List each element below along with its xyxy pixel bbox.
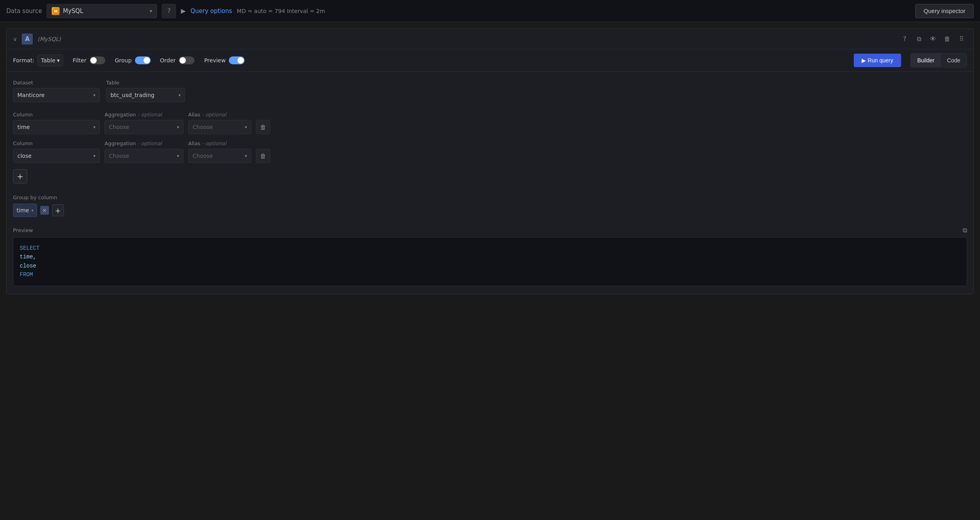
- group-by-row: time ▾ ✕ +: [13, 204, 967, 217]
- group-by-remove-button[interactable]: ✕: [40, 206, 49, 215]
- column-2-label: Column: [13, 140, 100, 146]
- header-actions: ? ⧉ 👁 🗑 ⠿: [899, 34, 967, 45]
- drag-icon: ⠿: [959, 35, 964, 43]
- order-toggle[interactable]: [179, 56, 195, 64]
- query-meta: MD = auto = 794 Interval = 2m: [237, 8, 325, 14]
- delete-1-icon: 🗑: [260, 123, 266, 131]
- table-select[interactable]: btc_usd_trading ▾: [106, 88, 185, 102]
- group-by-section: Group by column time ▾ ✕ +: [13, 195, 967, 217]
- add-group-by-button[interactable]: +: [52, 204, 64, 216]
- column-1-field: Column time ▾: [13, 112, 100, 134]
- dataset-select[interactable]: Manticore ▾: [13, 88, 100, 102]
- aggregation-1-label: Aggregation - optional: [105, 112, 183, 118]
- query-copy-button[interactable]: ⧉: [913, 34, 924, 45]
- help-icon: ?: [167, 7, 171, 15]
- query-help-button[interactable]: ?: [899, 34, 910, 45]
- group-by-value: time: [17, 207, 29, 213]
- group-by-chevron-icon: ▾: [32, 208, 34, 213]
- aggregation-2-field: Aggregation - optional Choose ▾: [105, 140, 183, 163]
- group-by-tag: time ▾: [13, 204, 37, 217]
- column-1-chevron-icon: ▾: [93, 125, 95, 130]
- query-panel: ∨ A (MySQL) ? ⧉ 👁 🗑 ⠿ Format:: [6, 28, 974, 294]
- preview-toolbar-label: Preview: [204, 57, 226, 64]
- toolbar: Format: Table ▾ Filter Group Order Previ…: [7, 49, 973, 72]
- datasource-label: Data source: [6, 7, 42, 15]
- column-2-select[interactable]: close ▾: [13, 149, 100, 163]
- preview-code: SELECT time, close FROM: [13, 237, 967, 286]
- filter-toggle[interactable]: [90, 56, 105, 64]
- filter-item: Filter: [73, 56, 105, 64]
- aggregation-1-select[interactable]: Choose ▾: [105, 120, 183, 134]
- aggregation-2-label: Aggregation - optional: [105, 140, 183, 146]
- query-header: ∨ A (MySQL) ? ⧉ 👁 🗑 ⠿: [7, 29, 973, 49]
- column-2-value: close: [17, 153, 90, 159]
- aggregation-2-placeholder: Choose: [109, 153, 174, 159]
- alias-1-chevron-icon: ▾: [245, 125, 247, 130]
- aggregation-2-chevron-icon: ▾: [177, 153, 179, 159]
- aggregation-2-select[interactable]: Choose ▾: [105, 149, 183, 163]
- format-select[interactable]: Table ▾: [37, 54, 63, 66]
- query-delete-button[interactable]: 🗑: [942, 34, 953, 45]
- delete-column-2-button[interactable]: 🗑: [256, 149, 270, 163]
- mysql-icon: M: [52, 7, 60, 15]
- format-chevron-icon: ▾: [57, 57, 60, 64]
- alias-2-select[interactable]: Choose ▾: [188, 149, 251, 163]
- delete-column-1-button[interactable]: 🗑: [256, 120, 270, 134]
- query-help-icon: ?: [903, 35, 907, 43]
- table-chevron-icon: ▾: [178, 93, 181, 98]
- query-eye-button[interactable]: 👁: [928, 34, 939, 45]
- preview-copy-button[interactable]: ⧉: [963, 226, 967, 234]
- datasource-help-button[interactable]: ?: [162, 4, 176, 18]
- eye-icon: 👁: [930, 35, 936, 43]
- column-2-field: Column close ▾: [13, 140, 100, 163]
- table-value: btc_usd_trading: [110, 92, 175, 98]
- order-item: Order: [160, 56, 195, 64]
- query-drag-handle[interactable]: ⠿: [956, 34, 967, 45]
- query-letter: A: [22, 34, 33, 45]
- dataset-value: Manticore: [17, 92, 90, 98]
- alias-2-placeholder: Choose: [193, 153, 241, 159]
- sql-line-3: close: [20, 262, 960, 270]
- aggregation-1-placeholder: Choose: [109, 124, 174, 130]
- builder-button[interactable]: Builder: [911, 54, 941, 67]
- group-label: Group: [115, 57, 132, 64]
- filter-label: Filter: [73, 57, 86, 64]
- dataset-label: Dataset: [13, 80, 100, 86]
- preview-label: Preview: [13, 227, 33, 233]
- copy-icon: ⧉: [917, 35, 921, 43]
- group-item: Group: [115, 56, 151, 64]
- alias-1-field: Alias - optional Choose ▾: [188, 112, 251, 134]
- format-label: Format:: [13, 57, 34, 64]
- delete-2-icon: 🗑: [260, 152, 266, 160]
- run-query-button[interactable]: ▶ Run query: [854, 54, 901, 67]
- preview-toggle[interactable]: [229, 56, 245, 64]
- group-toggle[interactable]: [135, 56, 151, 64]
- datasource-select[interactable]: M MySQL ▾: [47, 4, 157, 18]
- column-1-label: Column: [13, 112, 100, 118]
- sql-line-1: SELECT: [20, 244, 960, 253]
- order-label: Order: [160, 57, 176, 64]
- table-field: Table btc_usd_trading ▾: [106, 80, 185, 102]
- column-1-value: time: [17, 124, 90, 130]
- collapse-button[interactable]: ∨: [13, 36, 17, 42]
- preview-section: Preview ⧉ SELECT time, close FROM: [13, 226, 967, 286]
- column-1-select[interactable]: time ▾: [13, 120, 100, 134]
- alias-1-select[interactable]: Choose ▾: [188, 120, 251, 134]
- dataset-table-row: Dataset Manticore ▾ Table btc_usd_tradin…: [13, 80, 967, 102]
- query-options-link[interactable]: Query options: [191, 7, 232, 15]
- sql-line-2: time,: [20, 253, 960, 261]
- trash-icon: 🗑: [944, 35, 950, 43]
- format-item: Format: Table ▾: [13, 54, 63, 66]
- column-2-chevron-icon: ▾: [93, 153, 95, 159]
- datasource-chevron-icon: ▾: [150, 8, 152, 14]
- add-column-button[interactable]: +: [13, 169, 27, 183]
- builder-code-toggle: Builder Code: [911, 53, 967, 67]
- remove-icon: ✕: [42, 208, 47, 213]
- query-inspector-button[interactable]: Query inspector: [915, 4, 974, 18]
- top-bar: Data source M MySQL ▾ ? ▶ Query options …: [0, 0, 980, 22]
- alias-2-label: Alias - optional: [188, 140, 251, 146]
- code-button[interactable]: Code: [941, 54, 967, 67]
- group-by-label: Group by column: [13, 195, 967, 200]
- alias-2-field: Alias - optional Choose ▾: [188, 140, 251, 163]
- table-label: Table: [106, 80, 185, 86]
